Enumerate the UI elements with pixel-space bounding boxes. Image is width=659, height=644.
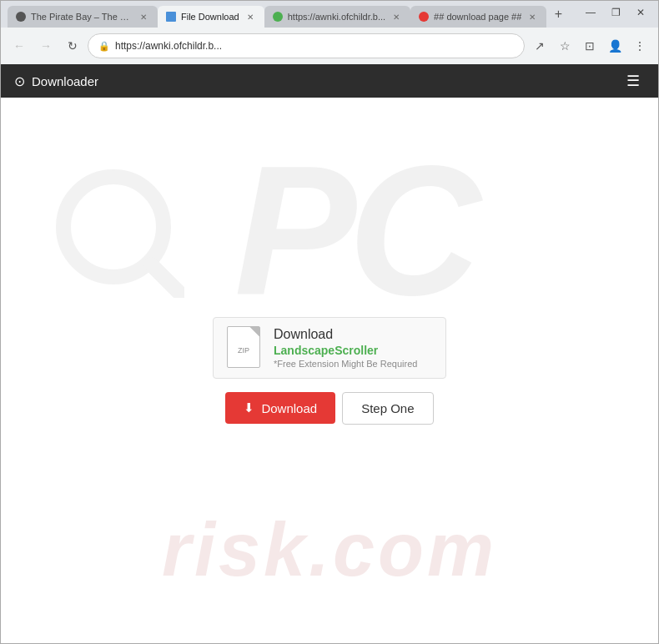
back-button[interactable]: ← <box>8 34 31 58</box>
file-icon-body: ZIP <box>227 326 260 368</box>
tab-bar: The Pirate Bay – The ga... ✕ File Downlo… <box>8 1 576 28</box>
address-bar-row: ← → ↻ 🔒 https://awnki.ofchildr.b... ↗ ☆ … <box>1 28 658 64</box>
tab-title-2: File Download <box>181 12 239 22</box>
browser-window: The Pirate Bay – The ga... ✕ File Downlo… <box>0 0 659 644</box>
download-btn-icon: ⬇ <box>244 400 254 415</box>
window-controls: — ❐ ✕ <box>580 4 651 21</box>
close-button[interactable]: ✕ <box>630 4 651 21</box>
svg-point-0 <box>63 177 163 277</box>
tab-close-1[interactable]: ✕ <box>138 11 149 23</box>
tab-favicon-4 <box>419 12 429 22</box>
split-view-button[interactable]: ⊡ <box>578 34 601 58</box>
tab-close-2[interactable]: ✕ <box>244 11 256 23</box>
tab-download-page[interactable]: ## download page ## ✕ <box>410 6 546 28</box>
address-text: https://awnki.ofchildr.b... <box>115 40 514 52</box>
bookmark-button[interactable]: ☆ <box>553 34 576 58</box>
extension-title-text: Downloader <box>32 74 98 88</box>
lock-icon: 🔒 <box>98 41 110 52</box>
tab-favicon-2 <box>166 12 176 22</box>
extension-header: ⊙ Downloader ☰ <box>1 64 658 98</box>
hamburger-button[interactable]: ☰ <box>621 68 645 93</box>
tab-favicon-1 <box>16 12 26 22</box>
svg-line-1 <box>151 264 180 294</box>
file-icon: ZIP <box>227 326 264 370</box>
download-text-col: Download LandscapeScroller *Free Extensi… <box>274 327 417 369</box>
forward-button[interactable]: → <box>34 34 58 58</box>
content-area: PC risk.com ZIP Download LandscapeScroll… <box>1 98 658 643</box>
risk-watermark: risk.com <box>162 507 497 593</box>
tab-title-3: https://awnki.ofchildr.b... <box>288 12 385 22</box>
tab-title-1: The Pirate Bay – The ga... <box>31 12 133 22</box>
tab-pirate-bay[interactable]: The Pirate Bay – The ga... ✕ <box>8 6 158 28</box>
download-info-row: ZIP Download LandscapeScroller *Free Ext… <box>213 317 446 379</box>
tab-close-4[interactable]: ✕ <box>526 11 538 23</box>
restore-button[interactable]: ❐ <box>605 4 626 21</box>
download-btn-label: Download <box>261 401 317 415</box>
toolbar-actions: ↗ ☆ ⊡ 👤 ⋮ <box>528 34 651 58</box>
reload-button[interactable]: ↻ <box>61 34 84 58</box>
magnifier-watermark <box>51 164 184 298</box>
download-filename: LandscapeScroller <box>274 344 417 357</box>
download-buttons-row: ⬇ Download Step One <box>225 392 433 425</box>
download-button[interactable]: ⬇ Download <box>225 392 335 424</box>
tab-file-download[interactable]: File Download ✕ <box>158 6 264 28</box>
new-tab-button[interactable]: + <box>546 3 570 26</box>
tab-close-3[interactable]: ✕ <box>390 11 402 23</box>
downloader-icon: ⊙ <box>14 73 25 89</box>
file-icon-label: ZIP <box>238 346 249 355</box>
tab-awnki[interactable]: https://awnki.ofchildr.b... ✕ <box>264 6 410 28</box>
more-button[interactable]: ⋮ <box>628 34 651 58</box>
address-bar[interactable]: 🔒 https://awnki.ofchildr.b... <box>88 33 525 58</box>
download-note: *Free Extension Might Be Required <box>274 359 417 369</box>
pc-watermark: PC <box>234 139 473 323</box>
download-label: Download <box>274 327 417 342</box>
tab-favicon-3 <box>273 12 283 22</box>
profile-button[interactable]: 👤 <box>603 34 626 58</box>
extension-title: ⊙ Downloader <box>14 73 98 89</box>
tab-title-4: ## download page ## <box>434 12 521 22</box>
title-bar: The Pirate Bay – The ga... ✕ File Downlo… <box>1 1 658 28</box>
file-icon-corner <box>249 327 259 337</box>
share-button[interactable]: ↗ <box>528 34 551 58</box>
download-card: ZIP Download LandscapeScroller *Free Ext… <box>213 317 446 425</box>
minimize-button[interactable]: — <box>580 4 601 21</box>
step-one-button[interactable]: Step One <box>342 392 433 425</box>
